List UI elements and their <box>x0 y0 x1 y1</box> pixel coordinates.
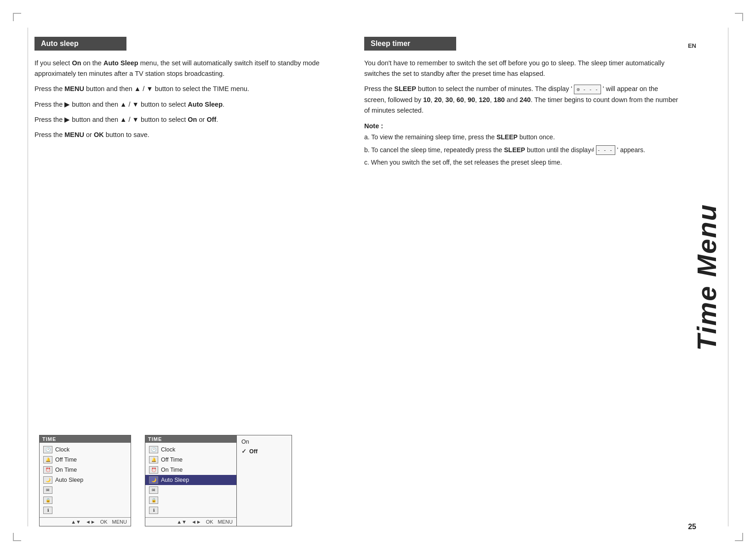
menu-row-autosleep-2: 🌙 Auto Sleep <box>145 475 236 485</box>
alarm-icon-1: ⏰ <box>43 466 52 474</box>
menu-label-offtime-1: Off Time <box>55 457 77 463</box>
sub-label-off: Off <box>249 448 258 455</box>
margin-line-left <box>28 28 28 526</box>
footer-nav-2: ▲▼ <box>177 519 187 525</box>
auto-sleep-body: If you select On on the Auto Sleep menu,… <box>34 58 350 140</box>
menu-row-envelope-1: ✉ <box>40 485 131 495</box>
sub-label-on: On <box>241 439 249 445</box>
sub-row-on: On <box>237 437 292 446</box>
menu-illustrations: TIME 🕐 Clock 🔔 Off Time ⏰ On Time 🌙 Auto… <box>39 435 292 526</box>
lock-icon-2: 🔒 <box>149 497 158 504</box>
menu-row-autosleep-1: 🌙 Auto Sleep <box>40 475 131 485</box>
bell-icon-1: 🔔 <box>43 456 52 463</box>
menu-label-autosleep-1: Auto Sleep <box>55 477 83 483</box>
bell-icon-2: 🔔 <box>149 456 158 463</box>
menu-row-offtime-2: 🔔 Off Time <box>145 455 236 465</box>
sleep-symbol-2: ⊙ - - - <box>596 145 615 155</box>
menu-row-lock-1: 🔒 <box>40 495 131 505</box>
moon-icon-1: 🌙 <box>43 476 52 484</box>
info-icon-1: ℹ <box>43 507 52 514</box>
sleep-timer-para-2: Press the SLEEP button to select the num… <box>364 84 680 116</box>
menu-box-2: TIME 🕐 Clock 🔔 Off Time ⏰ On Time 🌙 Auto… <box>145 435 237 526</box>
menu-row-offtime-1: 🔔 Off Time <box>40 455 131 465</box>
clock-icon-2: 🕐 <box>149 446 158 453</box>
page-title: Time Menu <box>693 204 720 351</box>
corner-mark-tr <box>735 13 743 21</box>
sleep-timer-body: You don't have to remember to switch the… <box>364 58 680 116</box>
footer-nav-1: ▲▼ <box>71 519 81 525</box>
menu-row-info-2: ℹ <box>145 505 236 515</box>
menu-label-autosleep-2: Auto Sleep <box>161 477 189 483</box>
info-icon-2: ℹ <box>149 507 158 514</box>
moon-icon-2: 🌙 <box>149 476 158 484</box>
page-number: 25 <box>688 523 696 531</box>
menu-box-1-body: 🕐 Clock 🔔 Off Time ⏰ On Time 🌙 Auto Slee… <box>40 443 131 517</box>
sleep-timer-para-1: You don't have to remember to switch the… <box>364 58 680 79</box>
menu-label-ontime-1: On Time <box>55 467 77 473</box>
envelope-icon-2: ✉ <box>149 486 158 494</box>
menu-label-clock-2: Clock <box>161 446 175 453</box>
menu-row-clock-2: 🕐 Clock <box>145 445 236 455</box>
footer-lr-2: ◄► <box>191 519 201 525</box>
alarm-icon-2: ⏰ <box>149 466 158 474</box>
footer-ok-1: OK <box>100 519 108 525</box>
corner-mark-tl <box>13 13 21 21</box>
checkmark-icon: ✓ <box>241 448 246 455</box>
lock-icon-1: 🔒 <box>43 497 52 504</box>
menu-label-clock-1: Clock <box>55 446 69 453</box>
clock-icon-1: 🕐 <box>43 446 52 453</box>
menu-row-envelope-2: ✉ <box>145 485 236 495</box>
note-title: Note : <box>364 122 680 130</box>
corner-mark-bl <box>13 533 21 541</box>
auto-sleep-para-2: Press the MENU button and then ▲ / ▼ but… <box>34 84 350 94</box>
menu-box-1-footer: ▲▼ ◄► OK MENU <box>40 517 131 526</box>
footer-menu-1: MENU <box>112 519 127 525</box>
corner-mark-br <box>735 533 743 541</box>
footer-ok-2: OK <box>206 519 213 525</box>
sub-menu-box: On ✓ Off <box>237 435 292 526</box>
note-c: c. When you switch the set off, the set … <box>364 158 680 168</box>
sleep-symbol-1: ⊙ - - - <box>574 85 601 95</box>
menu-box-2-footer: ▲▼ ◄► OK MENU <box>145 517 236 526</box>
auto-sleep-para-1: If you select On on the Auto Sleep menu,… <box>34 58 350 79</box>
note-b: b. To cancel the sleep time, repeatedly … <box>364 145 680 155</box>
sub-row-off: ✓ Off <box>237 446 292 456</box>
menu-row-info-1: ℹ <box>40 505 131 515</box>
auto-sleep-header: Auto sleep <box>34 37 126 51</box>
menu-label-ontime-2: On Time <box>161 467 183 473</box>
auto-sleep-para-5: Press the MENU or OK button to save. <box>34 130 350 140</box>
menu-row-ontime-2: ⏰ On Time <box>145 465 236 475</box>
sleep-timer-section: Sleep timer You don't have to remember t… <box>364 37 680 517</box>
menu-row-clock-1: 🕐 Clock <box>40 445 131 455</box>
menu-box-1: TIME 🕐 Clock 🔔 Off Time ⏰ On Time 🌙 Auto… <box>39 435 131 526</box>
footer-menu-2: MENU <box>218 519 233 525</box>
sub-menu-body: On ✓ Off <box>237 435 292 458</box>
menu-box-2-header: TIME <box>145 435 236 443</box>
note-a: a. To view the remaining sleep time, pre… <box>364 132 680 143</box>
auto-sleep-para-3: Press the ▶ button and then ▲ / ▼ button… <box>34 99 350 110</box>
envelope-icon-1: ✉ <box>43 486 52 494</box>
menu-box-1-header: TIME <box>40 435 131 443</box>
menu-row-lock-2: 🔒 <box>145 495 236 505</box>
footer-lr-1: ◄► <box>86 519 96 525</box>
sleep-timer-header: Sleep timer <box>364 37 456 51</box>
margin-line-right <box>728 28 728 526</box>
note-section: Note : a. To view the remaining sleep ti… <box>364 122 680 168</box>
menu-label-offtime-2: Off Time <box>161 457 183 463</box>
auto-sleep-para-4: Press the ▶ button and then ▲ / ▼ button… <box>34 114 350 125</box>
menu-row-ontime-1: ⏰ On Time <box>40 465 131 475</box>
vertical-title: Time Menu <box>686 37 727 517</box>
menu-box-2-body: 🕐 Clock 🔔 Off Time ⏰ On Time 🌙 Auto Slee… <box>145 443 236 517</box>
menu-box-2-with-sub: TIME 🕐 Clock 🔔 Off Time ⏰ On Time 🌙 Auto… <box>145 435 292 526</box>
